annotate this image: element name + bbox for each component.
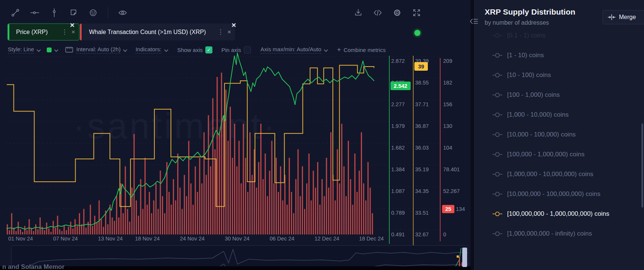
eye-icon[interactable] — [118, 8, 128, 18]
trend-line-icon[interactable] — [10, 8, 20, 18]
list-item[interactable]: [1,000,000 - 10,000,000) coins — [475, 164, 644, 184]
x-tick: 24 Nov 24 — [177, 236, 207, 242]
y-tick: 1.384 — [391, 166, 414, 172]
chart-actions-toolbar — [353, 7, 421, 18]
y-tick: 36.03 — [415, 145, 438, 151]
combine-metrics-button[interactable]: + Combine metrics — [337, 46, 386, 54]
pin-axis-label: Pin axis — [221, 47, 241, 53]
list-item[interactable]: [10 - 100) coins — [475, 65, 644, 85]
y-tick: 0 — [443, 231, 466, 237]
range-circle-icon — [493, 53, 502, 58]
range-circle-icon — [493, 172, 502, 177]
panel-title: XRP Supply Distribution — [485, 7, 575, 16]
color-swatch-select[interactable] — [47, 47, 58, 53]
list-item[interactable]: [100,000 - 1,000,000) coins — [475, 144, 644, 164]
list-item-label: [1,000,000,000 - infinity) coins — [507, 230, 592, 237]
collapse-panel-icon[interactable] — [469, 16, 479, 26]
y-tick: 33.51 — [415, 210, 438, 216]
horizontal-ray-icon[interactable] — [30, 8, 40, 18]
supply-bucket-list: [0.1 - 1) coins[1 - 10) coins[10 - 100) … — [475, 25, 644, 243]
bottom-edge-strip — [0, 266, 470, 270]
list-item[interactable]: [1 - 10) coins — [475, 45, 644, 65]
download-icon[interactable] — [353, 8, 363, 18]
list-item-label: [1 - 10) coins — [507, 52, 544, 59]
range-circle-icon — [493, 231, 502, 236]
show-axis-toggle[interactable]: Show axis ✓ — [177, 46, 212, 53]
merge-button[interactable]: Merge — [602, 10, 644, 24]
embed-code-icon[interactable] — [373, 8, 383, 18]
chart-controls: Style: Line Interval: Auto (2h) Indicato… — [8, 44, 386, 56]
y-tick: 182 — [443, 80, 466, 86]
y-tick: 1.682 — [391, 145, 414, 151]
list-item[interactable]: [100,000,000 - 1,000,000,000) coins — [475, 204, 644, 224]
range-circle-icon — [493, 211, 502, 217]
drawing-toolbar — [10, 7, 128, 18]
style-select[interactable]: Style: Line — [8, 46, 41, 53]
tab-accent-bar — [80, 24, 82, 40]
minimap-range-handle[interactable] — [462, 248, 467, 267]
list-item[interactable]: [0.1 - 1) coins — [475, 25, 644, 45]
fullscreen-icon[interactable] — [412, 8, 421, 18]
show-axis-checkbox[interactable]: ✓ — [205, 46, 212, 53]
merge-label: Merge — [619, 14, 636, 21]
vertical-line-icon[interactable] — [49, 8, 59, 18]
list-item[interactable]: [100 - 1,000) coins — [475, 85, 644, 105]
x-tick: 12 Dec 24 — [312, 236, 342, 242]
panel-scrollbar[interactable] — [641, 123, 643, 208]
y-tick: 34.35 — [415, 188, 438, 194]
range-circle-icon — [493, 132, 502, 137]
y-tick: 1.087 — [391, 188, 414, 194]
tab-price-close-icon[interactable]: × — [70, 21, 74, 29]
list-item[interactable]: [1,000 - 10,000) coins — [475, 105, 644, 125]
list-item-label: [0.1 - 1) coins — [507, 32, 546, 39]
range-circle-icon — [493, 92, 502, 98]
interval-select[interactable]: Interval: Auto (2h) — [76, 46, 127, 53]
range-circle-icon — [493, 33, 502, 38]
x-tick: 18 Dec 24 — [356, 236, 386, 242]
tab-whale-transaction-count[interactable]: Whale Transaction Count (>1m USD) (XRP) … — [80, 24, 235, 40]
tab-label: Price (XRP) — [16, 29, 47, 36]
indicators-select[interactable]: Indicators: — [135, 46, 168, 53]
list-item-label: [100,000 - 1,000,000) coins — [507, 151, 585, 158]
y-tick: 2.277 — [391, 101, 414, 107]
pin-axis-checkbox[interactable] — [244, 46, 251, 53]
kebab-menu-icon[interactable]: ⋮ — [59, 28, 70, 36]
x-tick: 13 Nov 24 — [95, 236, 125, 242]
settings-gear-icon[interactable] — [392, 8, 402, 18]
kebab-menu-icon[interactable]: ⋮ — [215, 28, 226, 36]
list-item[interactable]: [10,000 - 100,000) coins — [475, 125, 644, 144]
list-item[interactable]: [10,000,000 - 100,000,000) coins — [475, 184, 644, 204]
y-tick: 32.67 — [415, 231, 438, 237]
x-tick: 18 Nov 24 — [132, 236, 162, 242]
interval-label: Interval: Auto (2h) — [76, 46, 120, 53]
tab-price-xrp[interactable]: Price (XRP) ⋮ × — [7, 24, 79, 40]
close-icon[interactable]: × — [226, 28, 235, 36]
chevron-down-icon — [324, 47, 328, 53]
y-tick: 52.267 — [443, 188, 466, 194]
y-tick: 37.71 — [415, 101, 438, 107]
chevron-down-icon — [123, 47, 127, 53]
range-circle-icon — [493, 73, 502, 78]
tab-whale-close-icon[interactable]: × — [231, 21, 236, 29]
list-item[interactable]: [1,000,000,000 - infinity) coins — [475, 224, 644, 243]
merge-icon — [608, 13, 616, 21]
chevron-down-icon — [164, 47, 168, 53]
close-icon[interactable]: × — [70, 28, 79, 36]
live-status-dot — [414, 29, 421, 37]
list-item-label: [100 - 1,000) coins — [507, 91, 560, 99]
axis-maxmin-select[interactable]: Axis max/min: Auto/Auto — [261, 46, 328, 53]
tab-accent-bar — [8, 24, 9, 40]
emoji-icon[interactable] — [88, 8, 98, 18]
range-circle-icon — [493, 152, 502, 157]
note-icon[interactable] — [69, 8, 79, 18]
x-tick: 07 Nov 24 — [50, 236, 80, 242]
style-label: Style: Line — [8, 46, 34, 53]
supply-distribution-panel: XRP Supply Distribution by number of add… — [474, 0, 644, 270]
santiment-chart-app: Price (XRP) ⋮ × × Whale Transaction Coun… — [0, 0, 644, 270]
interval-ruler-icon[interactable] — [65, 46, 73, 53]
pin-axis-toggle[interactable]: Pin axis — [221, 46, 251, 53]
santiment-watermark: ·santiment· — [73, 105, 277, 147]
plus-icon: + — [337, 46, 341, 54]
y-tick: 130 — [443, 123, 466, 129]
tab-label: Whale Transaction Count (>1m USD) (XRP) — [89, 29, 206, 36]
